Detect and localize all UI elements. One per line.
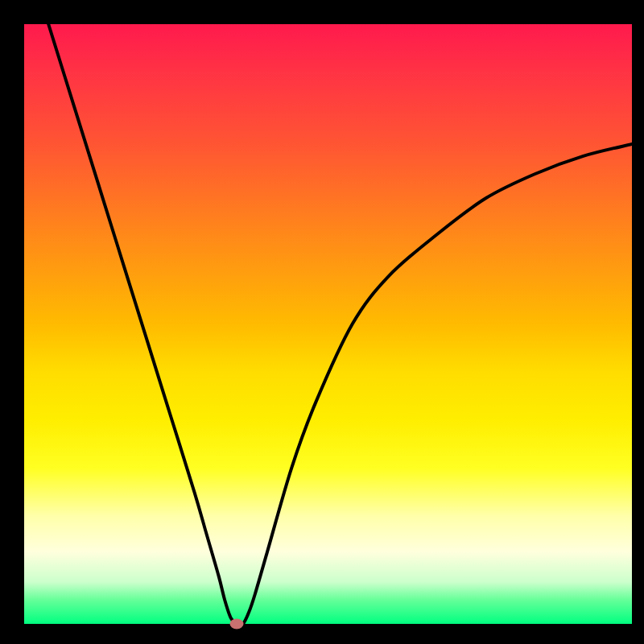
optimal-point-marker [230,619,244,630]
bottleneck-curve [24,24,632,624]
watermark-text: TheBottleneck.com [473,3,632,26]
chart-plot-area [24,24,632,624]
